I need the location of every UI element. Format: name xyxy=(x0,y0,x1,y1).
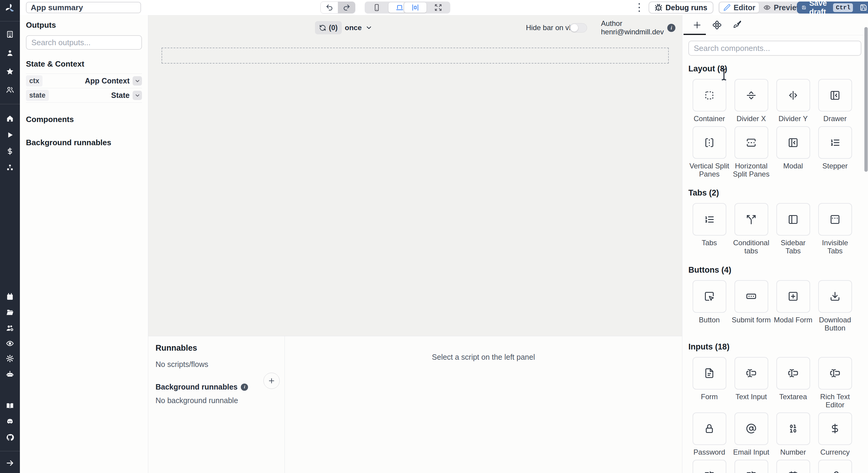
component-label: Text Input xyxy=(735,392,767,401)
fullscreen-button[interactable] xyxy=(427,2,450,13)
align-center-icon xyxy=(411,4,419,11)
currency-icon xyxy=(830,423,840,434)
tab-insert-component[interactable] xyxy=(687,15,707,35)
ctx-key-chip: ctx xyxy=(26,75,42,87)
folders-icon[interactable] xyxy=(6,308,14,317)
app-summary-input[interactable] xyxy=(26,2,141,13)
component-text-input[interactable]: Text Input xyxy=(730,357,772,409)
component-label: Password xyxy=(693,448,725,456)
home-icon[interactable] xyxy=(6,114,14,123)
save-icon xyxy=(860,4,867,11)
windmill-logo-icon[interactable] xyxy=(4,2,16,14)
hide-bar-toggle[interactable] xyxy=(569,23,587,33)
ctx-row[interactable]: ctx App Context xyxy=(26,74,142,88)
tab-styling[interactable] xyxy=(727,15,747,35)
form-icon xyxy=(704,368,715,378)
deploy-button[interactable]: Deploy xyxy=(854,1,868,13)
discord-icon[interactable] xyxy=(6,417,14,426)
undo-button[interactable] xyxy=(321,2,338,13)
date-icon xyxy=(788,471,798,473)
refresh-button[interactable]: (0) xyxy=(315,21,342,34)
favorites-star-icon[interactable] xyxy=(6,67,14,75)
scrollbar-thumb[interactable] xyxy=(864,27,868,172)
component-conditional-tabs[interactable]: Conditional tabs xyxy=(730,203,772,255)
component-divider-x[interactable]: Divider X xyxy=(730,79,772,123)
workspace-icon[interactable] xyxy=(6,30,14,38)
center-canvas-button[interactable] xyxy=(404,2,427,13)
component-rich-text-editor[interactable]: Rich Text Editor xyxy=(814,357,856,409)
ctx-expand-button[interactable] xyxy=(133,76,142,86)
settings-gear-icon[interactable] xyxy=(6,354,14,363)
tab-component-settings[interactable] xyxy=(707,15,727,35)
component-date[interactable]: Date xyxy=(772,460,814,473)
component-label: Modal Form xyxy=(774,316,812,324)
component-modal[interactable]: Modal xyxy=(772,126,814,178)
worker-groups-icon[interactable] xyxy=(6,324,14,332)
no-scripts-label: No scripts/flows xyxy=(156,360,277,369)
expand-sidebar-arrow-icon[interactable] xyxy=(6,459,14,467)
component-drawer[interactable]: Drawer xyxy=(814,79,856,123)
component-form[interactable]: Form xyxy=(688,357,730,409)
password-icon xyxy=(704,423,715,434)
info-icon[interactable]: i xyxy=(241,383,248,391)
more-menu-button[interactable] xyxy=(635,1,644,13)
state-expand-button[interactable] xyxy=(133,91,142,100)
component-vertical-split-panes[interactable]: Vertical Split Panes xyxy=(688,126,730,178)
component-stepper[interactable]: Stepper xyxy=(814,126,856,178)
component-label: Number xyxy=(780,448,806,456)
audit-eye-icon[interactable] xyxy=(6,339,14,348)
component-textarea[interactable]: Textarea xyxy=(772,357,814,409)
component-sidebar-tabs[interactable]: Sidebar Tabs xyxy=(772,203,814,255)
undo-redo-group xyxy=(320,1,355,13)
tab-editor[interactable]: Editor xyxy=(719,2,759,13)
component-number[interactable]: Number xyxy=(772,412,814,456)
github-icon[interactable] xyxy=(6,433,14,442)
component-button[interactable]: Button xyxy=(688,280,730,332)
component-submit-form[interactable]: Submit form xyxy=(730,280,772,332)
component-section-title: Buttons (4) xyxy=(688,265,862,275)
component-horizontal-split-panes[interactable]: Horizontal Split Panes xyxy=(730,126,772,178)
component-email-input[interactable]: Email Input xyxy=(730,412,772,456)
docs-book-icon[interactable] xyxy=(6,402,14,410)
search-components-input[interactable] xyxy=(688,41,861,56)
debug-runs-button[interactable]: Debug runs xyxy=(649,1,713,13)
component-download-button[interactable]: Download Button xyxy=(814,280,856,332)
component-password[interactable]: Password xyxy=(688,412,730,456)
redo-button[interactable] xyxy=(338,2,355,13)
component-divider-y[interactable]: Divider Y xyxy=(772,79,814,123)
pencil-icon xyxy=(723,4,731,11)
component-file-input[interactable]: File Input xyxy=(814,460,856,473)
canvas-align-group xyxy=(403,1,450,13)
file-input-icon xyxy=(830,471,840,473)
info-icon[interactable]: i xyxy=(667,24,675,32)
refresh-mode-select[interactable]: once xyxy=(345,21,373,34)
email-input-icon xyxy=(746,423,756,434)
component-section: Tabs (2)TabsConditional tabsSidebar Tabs… xyxy=(688,188,862,258)
variables-dollar-icon[interactable] xyxy=(6,147,14,155)
search-outputs-input[interactable] xyxy=(26,35,142,50)
save-draft-label: Save draft xyxy=(809,0,830,16)
add-background-runnable-button[interactable] xyxy=(264,373,280,389)
component-label: Horizontal Split Panes xyxy=(730,162,772,178)
component-tabs[interactable]: Tabs xyxy=(688,203,730,255)
runs-play-icon[interactable] xyxy=(6,131,14,139)
component-invisible-tabs[interactable]: Invisible Tabs xyxy=(814,203,856,255)
state-row[interactable]: state State xyxy=(26,88,142,103)
component-range[interactable]: Range xyxy=(730,460,772,473)
app-canvas[interactable]: (0) once Hide bar on view Author henri@w… xyxy=(148,15,682,336)
schedules-calendar-icon[interactable] xyxy=(6,292,14,301)
component-modal-form[interactable]: Modal Form xyxy=(772,280,814,332)
component-slider[interactable]: Slider xyxy=(688,460,730,473)
user-icon[interactable] xyxy=(6,49,14,57)
component-currency[interactable]: Currency xyxy=(814,412,856,456)
groups-icon[interactable] xyxy=(6,86,14,94)
laptop-icon xyxy=(396,4,404,11)
debug-runs-label: Debug runs xyxy=(665,3,707,12)
plus-icon xyxy=(692,21,702,30)
ai-bot-icon[interactable] xyxy=(6,370,14,378)
resources-icon[interactable] xyxy=(6,164,14,172)
empty-grid-drop-zone[interactable] xyxy=(161,48,669,64)
mobile-view-button[interactable] xyxy=(366,2,388,13)
invisible-tabs-icon xyxy=(830,214,840,225)
component-container[interactable]: Container xyxy=(688,79,730,123)
